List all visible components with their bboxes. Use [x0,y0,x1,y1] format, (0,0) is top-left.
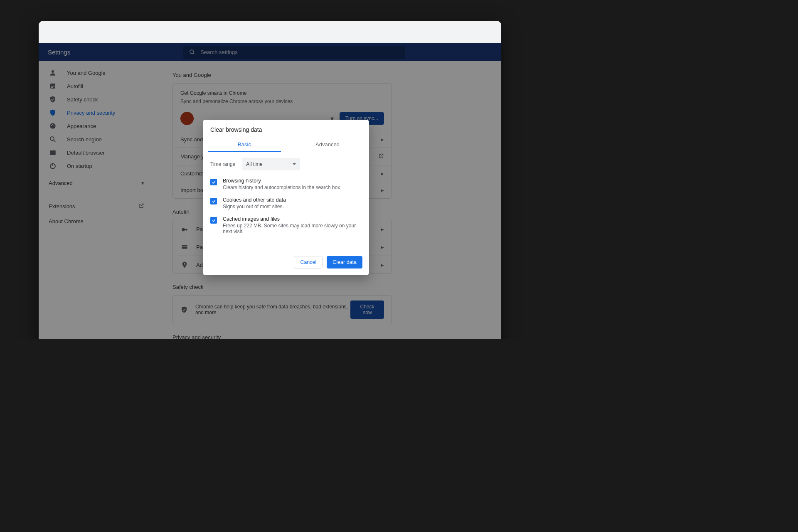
option-subtitle: Signs you out of most sites. [223,204,286,209]
clear-browsing-data-dialog: Clear browsing data Basic Advanced Time … [203,120,369,275]
browser-tabstrip [39,21,501,43]
time-range-select[interactable]: All time [242,158,300,170]
option-browsing-history[interactable]: Browsing history Clears history and auto… [210,175,362,194]
dialog-tabs: Basic Advanced [203,137,369,152]
clear-data-button[interactable]: Clear data [327,256,362,268]
checkbox-checked-icon[interactable] [210,217,217,224]
option-title: Browsing history [223,178,340,184]
option-subtitle: Clears history and autocompletions in th… [223,185,340,190]
option-subtitle: Frees up 222 MB. Some sites may load mor… [223,223,362,234]
option-cached[interactable]: Cached images and files Frees up 222 MB.… [210,213,362,238]
tab-basic[interactable]: Basic [203,137,286,152]
checkbox-checked-icon[interactable] [210,198,217,204]
option-title: Cached images and files [223,216,362,222]
tab-advanced[interactable]: Advanced [286,137,369,152]
checkbox-checked-icon[interactable] [210,179,217,185]
time-range-label: Time range [210,161,235,167]
option-title: Cookies and other site data [223,197,286,203]
cancel-button[interactable]: Cancel [294,256,323,268]
dialog-title: Clear browsing data [203,120,369,137]
time-range-value: All time [246,161,262,167]
option-cookies[interactable]: Cookies and other site data Signs you ou… [210,194,362,213]
